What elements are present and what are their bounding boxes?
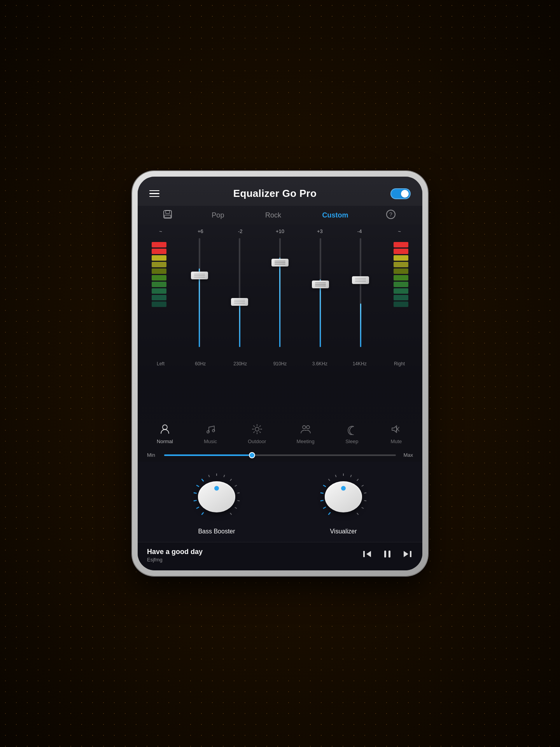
svg-rect-44	[388, 551, 390, 558]
eq-val-60hz: +6	[187, 228, 214, 234]
fader-track-36khz[interactable]	[320, 238, 321, 347]
eq-labels-row: Left 60Hz 230Hz 910Hz 3.6KHz 14KHz Right	[142, 359, 418, 370]
player-bar: Have a good day Esjfmg	[138, 542, 422, 570]
mode-label-meeting: Meeting	[296, 438, 314, 444]
visualizer-knob[interactable]	[316, 470, 371, 524]
fader-fill-36khz	[320, 279, 321, 347]
svg-rect-46	[410, 551, 411, 557]
eq-col-60hz[interactable]	[186, 234, 213, 359]
tablet-screen: Equalizer Go Pro Pop Rock Custom	[138, 177, 422, 570]
fader-track-910hz[interactable]	[279, 238, 281, 347]
svg-line-19	[224, 475, 224, 477]
eq-val-14khz: -4	[346, 228, 373, 234]
volume-row: Min Max	[138, 448, 422, 462]
fader-handle-14khz[interactable]	[352, 276, 369, 284]
bass-knob-body[interactable]	[198, 481, 235, 512]
fader-fill-60hz	[199, 268, 200, 347]
vu-bar	[152, 255, 166, 261]
fader-fill-910hz	[279, 258, 280, 347]
svg-point-5	[163, 425, 167, 430]
fader-track-230hz[interactable]	[239, 238, 240, 347]
knobs-section: Bass Booster	[138, 462, 422, 542]
vu-bar	[394, 249, 408, 254]
normal-icon	[158, 422, 172, 436]
mode-label-outdoor: Outdoor	[248, 438, 266, 444]
svg-line-13	[194, 500, 197, 501]
eq-col-14khz[interactable]	[347, 234, 374, 359]
svg-line-35	[357, 479, 359, 481]
fader-handle-36khz[interactable]	[312, 281, 329, 288]
vu-bar	[394, 262, 408, 267]
svg-point-9	[303, 426, 306, 429]
eq-val-36khz: +3	[306, 228, 333, 234]
song-title: Have a good day	[147, 548, 203, 556]
save-icon[interactable]	[162, 209, 175, 221]
svg-line-40	[357, 513, 359, 515]
svg-line-25	[230, 513, 232, 515]
fader-handle-230hz[interactable]	[231, 298, 248, 306]
hamburger-menu-button[interactable]	[149, 190, 159, 197]
app-container: Equalizer Go Pro Pop Rock Custom	[138, 177, 422, 570]
vu-bar	[394, 295, 408, 300]
mode-label-music: Music	[204, 438, 217, 444]
prev-button[interactable]	[362, 549, 373, 562]
svg-line-24	[235, 507, 237, 509]
fader-handle-60hz[interactable]	[191, 272, 208, 279]
svg-line-26	[328, 512, 330, 515]
vu-bar	[394, 302, 408, 307]
vu-bar	[394, 282, 408, 287]
mode-btn-sleep[interactable]: Sleep	[345, 422, 359, 444]
vol-max-label: Max	[401, 452, 413, 458]
power-toggle[interactable]	[390, 188, 411, 199]
vu-bar	[394, 268, 408, 274]
mode-btn-normal[interactable]: Normal	[157, 422, 173, 444]
vu-bar	[394, 288, 408, 294]
visualizer-label: Visualizer	[330, 528, 357, 535]
mode-btn-outdoor[interactable]: Outdoor	[248, 422, 266, 444]
svg-line-23	[237, 500, 240, 501]
tablet-device: Equalizer Go Pro Pop Rock Custom	[132, 171, 428, 576]
viz-knob-body[interactable]	[325, 481, 362, 512]
pause-button[interactable]	[382, 549, 393, 562]
fader-track-60hz[interactable]	[199, 238, 200, 347]
eq-col-right	[387, 234, 415, 359]
eq-values-row: ~ +6 -2 +10 +3 -4 ~	[142, 224, 418, 234]
vu-meter-left	[152, 234, 166, 307]
vu-bar	[394, 255, 408, 261]
bass-booster-knob[interactable]	[189, 470, 244, 524]
song-artist: Esjfmg	[147, 557, 203, 563]
svg-line-27	[323, 507, 326, 509]
volume-slider-track[interactable]	[164, 454, 396, 456]
mode-btn-meeting[interactable]: Meeting	[296, 422, 314, 444]
next-button[interactable]	[402, 549, 413, 562]
meeting-icon	[299, 422, 313, 436]
eq-col-910hz[interactable]	[266, 234, 294, 359]
bass-booster-label: Bass Booster	[198, 528, 235, 535]
eq-col-230hz[interactable]	[226, 234, 253, 359]
fader-handle-910hz[interactable]	[271, 259, 289, 267]
preset-tab-rock[interactable]: Rock	[261, 210, 285, 221]
preset-tab-pop[interactable]: Pop	[208, 210, 228, 221]
vu-bar	[394, 242, 408, 247]
help-icon[interactable]: ?	[385, 209, 398, 221]
eq-col-36khz[interactable]	[307, 234, 334, 359]
eq-label-right: Right	[386, 361, 413, 366]
mode-btn-mute[interactable]: Mute	[389, 422, 403, 444]
vu-bar	[152, 295, 166, 300]
svg-point-10	[306, 426, 310, 429]
visualizer-knob-col: Visualizer	[316, 470, 371, 535]
svg-marker-41	[366, 551, 371, 557]
eq-val-910hz: +10	[266, 228, 294, 234]
outdoor-icon	[250, 422, 264, 436]
svg-line-39	[362, 507, 364, 509]
mode-label-mute: Mute	[390, 438, 402, 444]
svg-line-14	[194, 493, 197, 493]
svg-line-32	[335, 475, 336, 477]
eq-section: ~ +6 -2 +10 +3 -4 ~	[138, 224, 422, 417]
volume-slider-thumb[interactable]	[249, 452, 255, 458]
eq-label-14khz: 14KHz	[346, 361, 373, 366]
fader-track-14khz[interactable]	[360, 238, 361, 347]
mode-btn-music[interactable]: Music	[203, 422, 217, 444]
preset-tab-custom[interactable]: Custom	[318, 210, 352, 221]
vu-bar	[152, 288, 166, 294]
